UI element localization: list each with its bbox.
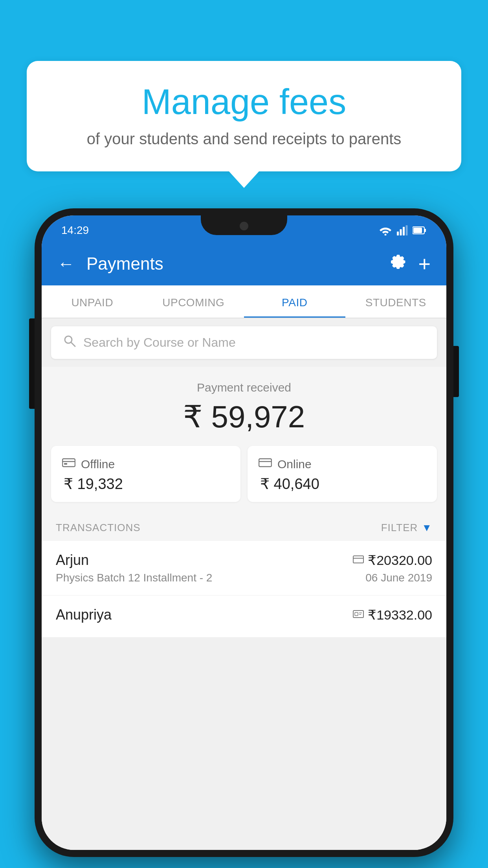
filter-icon: ▼ xyxy=(422,522,432,534)
speech-bubble: Manage fees of your students and send re… xyxy=(27,61,461,171)
transaction-course: Physics Batch 12 Installment - 2 xyxy=(56,572,212,584)
transaction-bottom: Physics Batch 12 Installment - 2 06 June… xyxy=(56,572,432,584)
settings-icon[interactable] xyxy=(390,253,407,274)
offline-label: Offline xyxy=(81,458,115,471)
offline-amount: ₹ 19,332 xyxy=(62,475,229,493)
online-icon xyxy=(259,457,272,471)
power-button xyxy=(453,346,459,393)
offline-card: Offline ₹ 19,332 xyxy=(51,446,240,502)
payment-cards: Offline ₹ 19,332 Online xyxy=(42,446,446,511)
svg-rect-1 xyxy=(397,232,399,235)
tab-unpaid[interactable]: UNPAID xyxy=(42,285,143,318)
transaction-name: Anupriya xyxy=(56,607,112,623)
app-title: Payments xyxy=(86,254,378,274)
search-input-placeholder: Search by Course or Name xyxy=(83,335,236,350)
svg-rect-13 xyxy=(259,459,272,467)
offline-card-header: Offline xyxy=(62,457,229,471)
transaction-row[interactable]: Arjun ₹20320.00 Physics xyxy=(42,541,446,596)
front-camera xyxy=(240,222,248,230)
transaction-amount-wrap: ₹19332.00 xyxy=(353,607,432,623)
online-amount: ₹ 40,640 xyxy=(259,475,426,493)
transactions-label: TRANSACTIONS xyxy=(56,522,141,534)
svg-line-9 xyxy=(71,342,75,346)
app-bar: ← Payments + xyxy=(42,242,446,285)
app-bar-actions: + xyxy=(390,252,431,276)
status-time: 14:29 xyxy=(61,224,89,237)
svg-rect-3 xyxy=(403,227,405,235)
tab-students[interactable]: STUDENTS xyxy=(345,285,447,318)
transaction-amount-wrap: ₹20320.00 xyxy=(353,552,432,568)
phone-outer: 14:29 xyxy=(35,208,453,857)
volume-up-button xyxy=(29,318,35,346)
online-card: Online ₹ 40,640 xyxy=(248,446,437,502)
tab-upcoming[interactable]: UPCOMING xyxy=(143,285,244,318)
transaction-name: Arjun xyxy=(56,552,89,568)
status-icons xyxy=(379,225,427,235)
svg-rect-4 xyxy=(406,225,408,235)
svg-rect-15 xyxy=(353,556,363,563)
add-button[interactable]: + xyxy=(418,252,431,276)
volume-down-button xyxy=(29,358,35,385)
bubble-title: Manage fees xyxy=(50,83,438,121)
transaction-top: Arjun ₹20320.00 xyxy=(56,552,432,568)
filter-label: FILTER xyxy=(381,522,418,534)
battery-icon xyxy=(413,226,427,235)
online-card-header: Online xyxy=(259,457,426,471)
svg-rect-7 xyxy=(413,228,422,233)
transaction-row[interactable]: Anupriya ₹19332.00 xyxy=(42,596,446,638)
svg-rect-6 xyxy=(424,229,426,232)
transactions-header: TRANSACTIONS FILTER ▼ xyxy=(42,511,446,541)
tab-paid[interactable]: PAID xyxy=(244,285,345,318)
svg-rect-18 xyxy=(355,612,358,616)
phone-screen: 14:29 xyxy=(42,215,446,850)
phone-notch xyxy=(201,215,287,235)
payment-received-label: Payment received xyxy=(50,381,438,394)
cash-payment-icon xyxy=(353,609,364,621)
transaction-top: Anupriya ₹19332.00 xyxy=(56,607,432,623)
tabs-container: UNPAID UPCOMING PAID STUDENTS xyxy=(42,285,446,318)
transaction-amount: ₹20320.00 xyxy=(368,552,432,568)
signal-icon xyxy=(397,225,408,235)
online-label: Online xyxy=(277,458,312,471)
transaction-amount: ₹19332.00 xyxy=(368,607,432,623)
svg-rect-12 xyxy=(64,463,67,465)
transaction-date: 06 June 2019 xyxy=(365,572,432,584)
wifi-icon xyxy=(379,225,392,235)
search-icon xyxy=(63,334,76,351)
svg-rect-10 xyxy=(62,459,75,467)
svg-rect-2 xyxy=(400,229,402,235)
card-payment-icon xyxy=(353,554,364,566)
back-button[interactable]: ← xyxy=(57,254,75,274)
payment-summary: Payment received ₹ 59,972 xyxy=(42,367,446,446)
search-bar[interactable]: Search by Course or Name xyxy=(51,326,437,359)
payment-total-amount: ₹ 59,972 xyxy=(50,399,438,435)
svg-point-0 xyxy=(385,234,387,236)
phone-mockup: 14:29 xyxy=(35,208,453,857)
filter-button[interactable]: FILTER ▼ xyxy=(381,522,432,534)
offline-icon xyxy=(62,457,75,471)
screen-content: Search by Course or Name Payment receive… xyxy=(42,318,446,850)
bubble-subtitle: of your students and send receipts to pa… xyxy=(50,130,438,148)
